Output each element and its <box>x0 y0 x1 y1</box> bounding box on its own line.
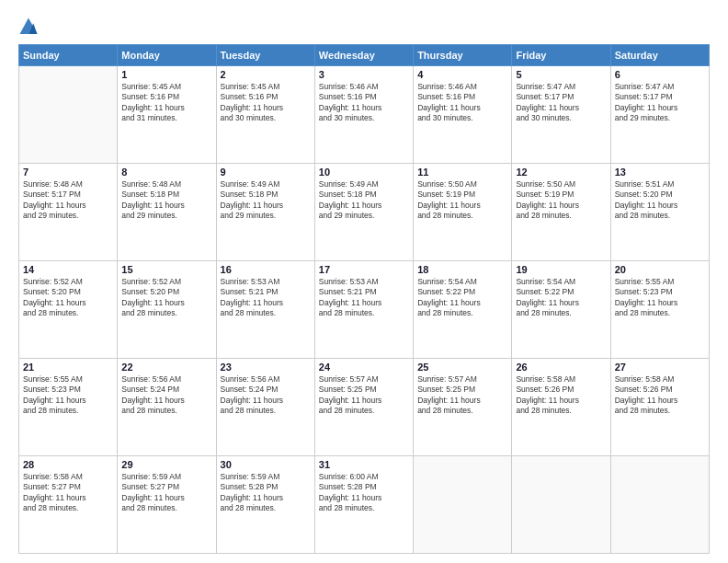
day-number: 27 <box>615 362 705 373</box>
calendar-cell: 23Sunrise: 5:56 AM Sunset: 5:24 PM Dayli… <box>216 359 314 456</box>
weekday-header-monday: Monday <box>118 45 216 66</box>
day-info: Sunrise: 5:53 AM Sunset: 5:21 PM Dayligh… <box>221 277 311 319</box>
calendar-cell: 20Sunrise: 5:55 AM Sunset: 5:23 PM Dayli… <box>610 261 709 359</box>
calendar-cell: 18Sunrise: 5:54 AM Sunset: 5:22 PM Dayli… <box>414 261 512 359</box>
day-info: Sunrise: 5:54 AM Sunset: 5:22 PM Dayligh… <box>417 277 507 319</box>
day-info: Sunrise: 5:47 AM Sunset: 5:17 PM Dayligh… <box>516 82 606 124</box>
calendar-table: SundayMondayTuesdayWednesdayThursdayFrid… <box>18 44 710 554</box>
day-number: 3 <box>319 69 409 80</box>
day-info: Sunrise: 5:55 AM Sunset: 5:23 PM Dayligh… <box>23 374 113 417</box>
day-number: 23 <box>221 362 311 373</box>
day-info: Sunrise: 5:57 AM Sunset: 5:25 PM Dayligh… <box>319 374 409 417</box>
day-number: 9 <box>221 167 311 178</box>
calendar-cell: 7Sunrise: 5:48 AM Sunset: 5:17 PM Daylig… <box>19 164 118 261</box>
calendar-cell: 29Sunrise: 5:59 AM Sunset: 5:27 PM Dayli… <box>118 456 216 554</box>
day-number: 17 <box>319 264 409 275</box>
calendar-cell: 31Sunrise: 6:00 AM Sunset: 5:28 PM Dayli… <box>314 456 413 554</box>
calendar-header-row: SundayMondayTuesdayWednesdayThursdayFrid… <box>19 45 710 66</box>
calendar-cell: 6Sunrise: 5:47 AM Sunset: 5:17 PM Daylig… <box>610 66 709 164</box>
calendar-cell <box>610 456 709 554</box>
day-info: Sunrise: 5:49 AM Sunset: 5:18 PM Dayligh… <box>319 179 409 222</box>
calendar-cell: 14Sunrise: 5:52 AM Sunset: 5:20 PM Dayli… <box>19 261 118 359</box>
calendar-cell: 15Sunrise: 5:52 AM Sunset: 5:20 PM Dayli… <box>118 261 216 359</box>
day-info: Sunrise: 5:54 AM Sunset: 5:22 PM Dayligh… <box>516 277 606 319</box>
calendar-cell: 12Sunrise: 5:50 AM Sunset: 5:19 PM Dayli… <box>512 164 610 261</box>
day-info: Sunrise: 5:52 AM Sunset: 5:20 PM Dayligh… <box>121 277 211 319</box>
calendar-cell: 25Sunrise: 5:57 AM Sunset: 5:25 PM Dayli… <box>414 359 512 456</box>
weekday-header-sunday: Sunday <box>19 45 118 66</box>
day-info: Sunrise: 5:50 AM Sunset: 5:19 PM Dayligh… <box>516 179 606 222</box>
calendar-cell: 24Sunrise: 5:57 AM Sunset: 5:25 PM Dayli… <box>314 359 413 456</box>
day-info: Sunrise: 5:58 AM Sunset: 5:26 PM Dayligh… <box>615 374 705 417</box>
page: SundayMondayTuesdayWednesdayThursdayFrid… <box>0 0 728 563</box>
day-info: Sunrise: 5:53 AM Sunset: 5:21 PM Dayligh… <box>319 277 409 319</box>
calendar-week-row: 14Sunrise: 5:52 AM Sunset: 5:20 PM Dayli… <box>19 261 710 359</box>
day-info: Sunrise: 5:57 AM Sunset: 5:25 PM Dayligh… <box>417 374 507 417</box>
calendar-cell: 26Sunrise: 5:58 AM Sunset: 5:26 PM Dayli… <box>512 359 610 456</box>
day-number: 6 <box>615 69 705 80</box>
day-number: 19 <box>516 264 606 275</box>
calendar-cell: 27Sunrise: 5:58 AM Sunset: 5:26 PM Dayli… <box>610 359 709 456</box>
day-info: Sunrise: 5:52 AM Sunset: 5:20 PM Dayligh… <box>23 277 113 319</box>
day-number: 2 <box>221 69 311 80</box>
calendar-cell: 17Sunrise: 5:53 AM Sunset: 5:21 PM Dayli… <box>314 261 413 359</box>
day-number: 4 <box>417 69 507 80</box>
calendar-week-row: 21Sunrise: 5:55 AM Sunset: 5:23 PM Dayli… <box>19 359 710 456</box>
day-info: Sunrise: 5:46 AM Sunset: 5:16 PM Dayligh… <box>319 82 409 124</box>
calendar-cell: 13Sunrise: 5:51 AM Sunset: 5:20 PM Dayli… <box>610 164 709 261</box>
day-number: 8 <box>121 167 211 178</box>
day-info: Sunrise: 5:59 AM Sunset: 5:28 PM Dayligh… <box>221 472 311 514</box>
calendar-cell: 11Sunrise: 5:50 AM Sunset: 5:19 PM Dayli… <box>414 164 512 261</box>
day-info: Sunrise: 5:46 AM Sunset: 5:16 PM Dayligh… <box>417 82 507 124</box>
day-number: 7 <box>23 167 113 178</box>
calendar-cell: 4Sunrise: 5:46 AM Sunset: 5:16 PM Daylig… <box>414 66 512 164</box>
day-info: Sunrise: 5:45 AM Sunset: 5:16 PM Dayligh… <box>121 82 211 124</box>
calendar-cell: 30Sunrise: 5:59 AM Sunset: 5:28 PM Dayli… <box>216 456 314 554</box>
calendar-cell: 16Sunrise: 5:53 AM Sunset: 5:21 PM Dayli… <box>216 261 314 359</box>
calendar-cell: 1Sunrise: 5:45 AM Sunset: 5:16 PM Daylig… <box>118 66 216 164</box>
calendar-cell: 9Sunrise: 5:49 AM Sunset: 5:18 PM Daylig… <box>216 164 314 261</box>
day-number: 20 <box>615 264 705 275</box>
day-number: 25 <box>417 362 507 373</box>
calendar-cell: 10Sunrise: 5:49 AM Sunset: 5:18 PM Dayli… <box>314 164 413 261</box>
logo <box>18 17 40 37</box>
calendar-cell <box>512 456 610 554</box>
calendar-cell <box>414 456 512 554</box>
day-info: Sunrise: 5:56 AM Sunset: 5:24 PM Dayligh… <box>121 374 211 417</box>
logo-icon <box>18 17 39 37</box>
day-number: 22 <box>121 362 211 373</box>
calendar-cell: 8Sunrise: 5:48 AM Sunset: 5:18 PM Daylig… <box>118 164 216 261</box>
day-number: 31 <box>319 459 409 470</box>
weekday-header-saturday: Saturday <box>610 45 709 66</box>
day-info: Sunrise: 5:58 AM Sunset: 5:26 PM Dayligh… <box>516 374 606 417</box>
weekday-header-friday: Friday <box>512 45 610 66</box>
weekday-header-wednesday: Wednesday <box>314 45 413 66</box>
day-number: 15 <box>121 264 211 275</box>
calendar-cell: 3Sunrise: 5:46 AM Sunset: 5:16 PM Daylig… <box>314 66 413 164</box>
day-info: Sunrise: 5:48 AM Sunset: 5:17 PM Dayligh… <box>23 179 113 222</box>
weekday-header-tuesday: Tuesday <box>216 45 314 66</box>
day-number: 26 <box>516 362 606 373</box>
day-number: 12 <box>516 167 606 178</box>
day-number: 16 <box>221 264 311 275</box>
day-info: Sunrise: 5:48 AM Sunset: 5:18 PM Dayligh… <box>121 179 211 222</box>
day-number: 18 <box>417 264 507 275</box>
day-number: 13 <box>615 167 705 178</box>
calendar-week-row: 7Sunrise: 5:48 AM Sunset: 5:17 PM Daylig… <box>19 164 710 261</box>
day-info: Sunrise: 5:49 AM Sunset: 5:18 PM Dayligh… <box>221 179 311 222</box>
day-info: Sunrise: 5:50 AM Sunset: 5:19 PM Dayligh… <box>417 179 507 222</box>
calendar-cell: 5Sunrise: 5:47 AM Sunset: 5:17 PM Daylig… <box>512 66 610 164</box>
day-info: Sunrise: 5:58 AM Sunset: 5:27 PM Dayligh… <box>23 472 113 514</box>
day-number: 10 <box>319 167 409 178</box>
day-info: Sunrise: 5:51 AM Sunset: 5:20 PM Dayligh… <box>615 179 705 222</box>
calendar-cell <box>19 66 118 164</box>
calendar-cell: 2Sunrise: 5:45 AM Sunset: 5:16 PM Daylig… <box>216 66 314 164</box>
day-number: 24 <box>319 362 409 373</box>
day-number: 30 <box>221 459 311 470</box>
day-info: Sunrise: 6:00 AM Sunset: 5:28 PM Dayligh… <box>319 472 409 514</box>
day-number: 5 <box>516 69 606 80</box>
day-info: Sunrise: 5:45 AM Sunset: 5:16 PM Dayligh… <box>221 82 311 124</box>
day-number: 11 <box>417 167 507 178</box>
day-number: 1 <box>121 69 211 80</box>
day-info: Sunrise: 5:56 AM Sunset: 5:24 PM Dayligh… <box>221 374 311 417</box>
